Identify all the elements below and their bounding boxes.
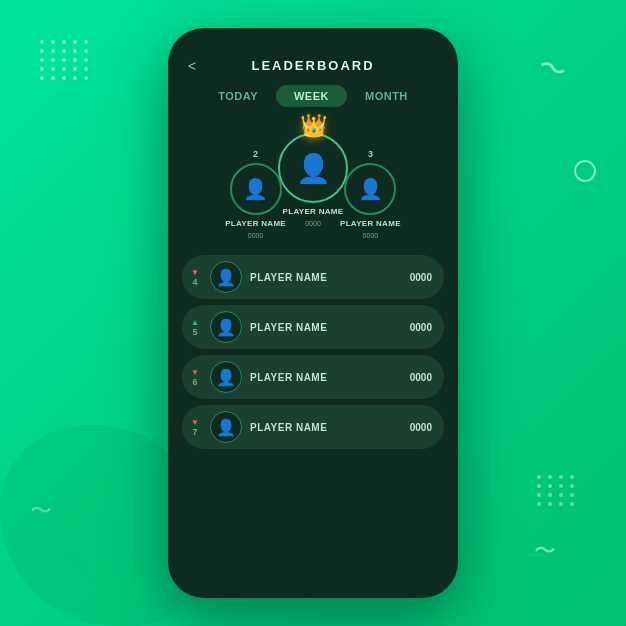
list-name-4: PLAYER NAME <box>250 272 402 283</box>
list-name-7: PLAYER NAME <box>250 422 402 433</box>
list-rank-6: 6 <box>189 377 201 387</box>
rank2-avatar-icon: 👤 <box>243 177 268 201</box>
bg-dots-top-left <box>40 40 90 80</box>
list-score-6: 0000 <box>410 372 432 383</box>
list-score-4: 0000 <box>410 272 432 283</box>
bg-dots-bottom-right <box>537 475 576 506</box>
rank1-score: 0000 <box>305 220 321 227</box>
podium-rank3: 3 👤 PLAYER NAME 0000 <box>340 149 401 239</box>
rank3-avatar-icon: 👤 <box>358 177 383 201</box>
list-avatar-4: 👤 <box>210 261 242 293</box>
list-item: ▼ 4 👤 PLAYER NAME 0000 <box>182 255 444 299</box>
crown-icon: 👑 <box>300 113 327 139</box>
rank3-badge: 3 <box>368 149 373 159</box>
podium-rank1: 1 👑 👤 PLAYER NAME 0000 <box>278 123 348 227</box>
list-name-5: PLAYER NAME <box>250 322 402 333</box>
list-rank-4: 4 <box>189 277 201 287</box>
list-avatar-6: 👤 <box>210 361 242 393</box>
rank3-avatar: 👤 <box>344 163 396 215</box>
list-rank-5: 5 <box>189 327 201 337</box>
rank2-name: PLAYER NAME <box>225 219 286 228</box>
back-button[interactable]: < <box>188 58 196 74</box>
phone-frame: < LEADERBOARD TODAY WEEK MONTH 2 👤 PLAYE… <box>168 28 458 598</box>
trend-arrow-4: ▼ <box>191 268 199 277</box>
rank1-avatar: 👑 👤 <box>278 133 348 203</box>
phone-notch <box>273 28 353 46</box>
list-name-6: PLAYER NAME <box>250 372 402 383</box>
rank1-avatar-icon: 👤 <box>296 152 331 185</box>
bg-circle-decoration <box>574 160 596 182</box>
podium-rank2: 2 👤 PLAYER NAME 0000 <box>225 149 286 239</box>
trend-arrow-7: ▼ <box>191 418 199 427</box>
tab-bar: TODAY WEEK MONTH <box>168 73 458 107</box>
tab-week[interactable]: WEEK <box>276 85 347 107</box>
list-rank-7: 7 <box>189 427 201 437</box>
rank2-avatar: 👤 <box>230 163 282 215</box>
phone-content: < LEADERBOARD TODAY WEEK MONTH 2 👤 PLAYE… <box>168 28 458 598</box>
list-avatar-7: 👤 <box>210 411 242 443</box>
leaderboard-list: ▼ 4 👤 PLAYER NAME 0000 ▲ 5 👤 PLAYER NAME… <box>168 249 458 598</box>
bg-squiggle-top-right: 〜 <box>532 46 571 91</box>
tab-month[interactable]: MONTH <box>347 85 426 107</box>
list-item: ▼ 7 👤 PLAYER NAME 0000 <box>182 405 444 449</box>
list-score-5: 0000 <box>410 322 432 333</box>
rank2-badge: 2 <box>253 149 258 159</box>
list-item: ▼ 6 👤 PLAYER NAME 0000 <box>182 355 444 399</box>
rank1-name: PLAYER NAME <box>283 207 344 216</box>
trend-arrow-5: ▲ <box>191 318 199 327</box>
podium: 2 👤 PLAYER NAME 0000 1 👑 👤 PLAYER NAME 0… <box>168 107 458 249</box>
header: < LEADERBOARD <box>168 48 458 73</box>
trend-arrow-6: ▼ <box>191 368 199 377</box>
bg-squiggle-bottom-right: 〜 <box>534 536 556 566</box>
rank3-score: 0000 <box>363 232 379 239</box>
tab-today[interactable]: TODAY <box>200 85 276 107</box>
list-score-7: 0000 <box>410 422 432 433</box>
list-avatar-5: 👤 <box>210 311 242 343</box>
rank3-name: PLAYER NAME <box>340 219 401 228</box>
page-title: LEADERBOARD <box>251 58 374 73</box>
rank2-score: 0000 <box>248 232 264 239</box>
list-item: ▲ 5 👤 PLAYER NAME 0000 <box>182 305 444 349</box>
